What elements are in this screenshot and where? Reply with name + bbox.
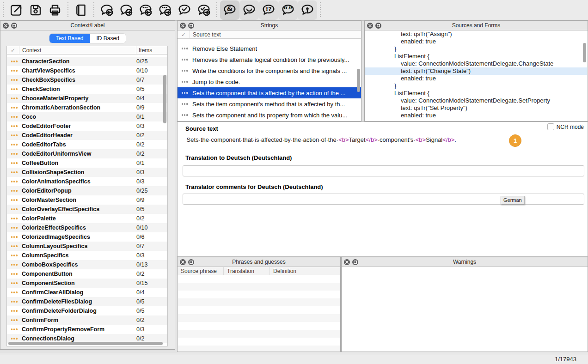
ncr-mode-checkbox[interactable] (547, 123, 554, 130)
translation-column-header[interactable]: Translation (224, 267, 270, 275)
source-text-column-header[interactable]: Source text (190, 30, 361, 38)
done-and-next-button[interactable] (194, 0, 214, 20)
context-row[interactable]: Coco0/1 (7, 112, 167, 121)
context-name: ColorizedImageSpecifics (22, 234, 136, 240)
close-icon[interactable] (3, 23, 9, 29)
context-row[interactable]: ColumnLayoutSpecifics0/7 (7, 242, 167, 251)
context-horizontal-scrollbar[interactable] (8, 342, 163, 345)
items-column-header[interactable]: Items (136, 46, 167, 54)
next-unfinished-button[interactable] (155, 0, 175, 20)
context-row[interactable]: ConfirmForm0/2 (7, 315, 167, 325)
close-icon[interactable] (180, 259, 186, 265)
context-items-count: 0/15 (136, 280, 167, 286)
string-row[interactable]: Remove Else Statement (178, 43, 361, 54)
unfinished-dots-icon (11, 319, 18, 321)
string-position-indicator: 1/17943 (555, 356, 576, 363)
phrase-matches-button[interactable]: “” (278, 0, 298, 20)
phrasebook-button[interactable] (71, 0, 91, 20)
ending-punctuation-button[interactable]: !? (259, 0, 278, 20)
context-row[interactable]: ComponentSection0/15 (7, 279, 167, 288)
context-name: ChartViewSpecifics (22, 67, 136, 74)
context-row[interactable]: ConfirmDeleteFilesDialog0/5 (7, 297, 167, 306)
print-button[interactable] (45, 0, 65, 20)
context-row[interactable]: ChooseMaterialProperty0/4 (7, 94, 167, 103)
context-row[interactable]: ColorOverlayEffectSpecifics0/5 (7, 205, 167, 214)
definition-column-header[interactable]: Definition (270, 267, 340, 275)
context-row[interactable]: ChartViewSpecifics0/10 (7, 66, 167, 75)
next-button[interactable] (116, 0, 136, 20)
string-row-selected[interactable]: Sets the component that is affected by t… (178, 87, 361, 98)
context-row[interactable]: CodeEditorFooter0/3 (7, 121, 167, 131)
context-row[interactable]: ConfirmPropertyRemoveForm0/3 (7, 325, 167, 334)
float-icon[interactable] (375, 23, 381, 29)
markup-tag: <b> (416, 136, 426, 143)
context-row[interactable]: CodeEditorTabs0/2 (7, 140, 167, 149)
done-column-header[interactable]: ✓ (7, 46, 19, 54)
status-bar: 1/17943 (0, 354, 588, 364)
string-row[interactable]: Sets the component and its property from… (178, 109, 361, 121)
prev-button[interactable] (97, 0, 116, 20)
float-icon[interactable] (11, 23, 17, 29)
context-name: ColorAnimationSpecifics (22, 178, 136, 185)
context-row[interactable]: ConfirmDeleteFolderDialog0/5 (7, 306, 167, 315)
float-icon[interactable] (352, 259, 358, 265)
float-icon[interactable] (188, 23, 194, 29)
surrounding-whitespace-button[interactable] (239, 0, 259, 20)
translation-input[interactable] (183, 165, 584, 176)
strings-panel-titlebar: Strings (178, 21, 361, 30)
context-items-count: 0/13 (136, 261, 167, 268)
unfinished-dots-icon (182, 81, 189, 82)
close-icon[interactable] (344, 259, 350, 265)
context-name: CoffeeButton (22, 160, 136, 166)
unfinished-dots-icon (11, 338, 18, 339)
string-row[interactable]: Sets the item component's method that is… (178, 98, 361, 109)
context-items-count: 0/3 (136, 252, 167, 259)
context-row[interactable]: ColorEditorPopup0/25 (7, 186, 167, 195)
context-row[interactable]: CodeEditorHeader0/2 (7, 131, 167, 140)
context-row[interactable]: ColorAnimationSpecifics0/3 (7, 177, 167, 186)
context-row[interactable]: ChromaticAberrationSection0/9 (7, 103, 167, 112)
save-button[interactable] (26, 0, 45, 20)
context-vertical-scrollbar[interactable] (163, 75, 166, 123)
source-text-segment: . (454, 136, 456, 143)
context-name: ColorPalette (22, 215, 136, 222)
string-row[interactable]: Jump to the code. (178, 76, 361, 87)
context-row[interactable]: CharacterSection0/25 (7, 57, 167, 66)
sources-vertical-scrollbar[interactable] (583, 43, 586, 62)
open-button[interactable] (6, 0, 26, 20)
context-row[interactable]: ComboBoxSpecifics0/13 (7, 260, 167, 269)
context-row[interactable]: CoffeeButton0/1 (7, 158, 167, 168)
context-row[interactable]: ComponentButton0/2 (7, 269, 167, 279)
float-icon[interactable] (188, 259, 194, 265)
context-row[interactable]: ConfirmClearAllDialog0/4 (7, 288, 167, 297)
context-items-count: 0/5 (136, 86, 167, 92)
context-row[interactable]: ColumnSpecifics0/3 (7, 251, 167, 260)
context-row[interactable]: CheckBoxSpecifics0/7 (7, 75, 167, 85)
context-name: ConfirmClearAllDialog (22, 289, 136, 296)
source-text-segment: Target (349, 136, 366, 143)
tab-id-based[interactable]: ID Based (90, 34, 126, 43)
done-button[interactable] (175, 0, 194, 20)
close-icon[interactable] (180, 23, 186, 29)
place-markers-button[interactable] (298, 0, 317, 20)
context-row[interactable]: CodeEditorUniformsView0/2 (7, 149, 167, 158)
source-phrase-column-header[interactable]: Source phrase (178, 267, 224, 275)
accelerators-button[interactable]: & (220, 0, 239, 20)
context-row[interactable]: ColorMasterSection0/9 (7, 195, 167, 205)
close-icon[interactable] (367, 23, 373, 29)
context-table-header: ✓ Context Items (7, 46, 167, 55)
string-row[interactable]: Write the conditions for the components … (178, 65, 361, 76)
context-row[interactable]: CheckSection0/5 (7, 85, 167, 94)
context-row[interactable]: CollisionShapeSection0/3 (7, 168, 167, 177)
panel-title: Warnings (342, 259, 588, 265)
strings-vertical-scrollbar[interactable] (357, 69, 360, 92)
prev-unfinished-button[interactable] (136, 0, 155, 20)
done-column-header[interactable]: ✓ (178, 30, 190, 38)
string-row[interactable]: Removes the alternate logical condition … (178, 54, 361, 65)
context-row[interactable]: ColorizedImageSpecifics0/6 (7, 232, 167, 242)
context-column-header[interactable]: Context (19, 46, 136, 54)
tab-text-based[interactable]: Text Based (49, 34, 90, 43)
phrasebook-icon (74, 3, 88, 18)
context-row[interactable]: ColorizeEffectSpecifics0/10 (7, 223, 167, 232)
context-row[interactable]: ColorPalette0/2 (7, 214, 167, 223)
